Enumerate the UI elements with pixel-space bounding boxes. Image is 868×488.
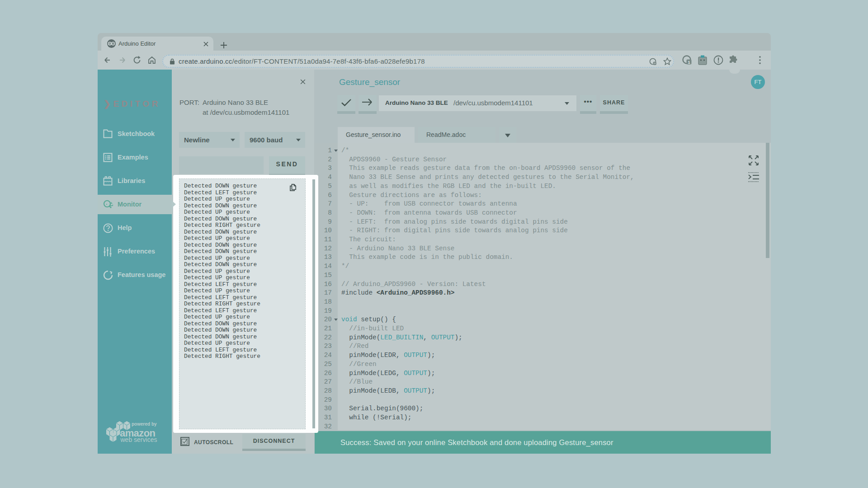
svg-text:1: 1	[688, 60, 690, 65]
svg-text:powered by: powered by	[132, 422, 157, 427]
svg-text:web services: web services	[120, 436, 157, 442]
